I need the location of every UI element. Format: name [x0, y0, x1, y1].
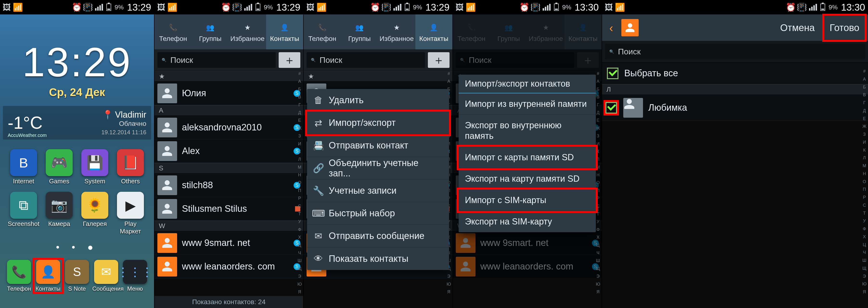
rail-letter[interactable]: Ф	[863, 226, 866, 232]
tab-groups[interactable]: 👥Группы	[341, 14, 378, 49]
rail-letter[interactable]: В	[298, 95, 301, 100]
dock-app-контакты[interactable]: 👤Контакты	[34, 260, 62, 292]
rail-letter[interactable]: Т	[863, 211, 866, 216]
dock-app-сообщения[interactable]: ✉Сообщения	[92, 260, 120, 292]
rail-letter[interactable]: Ю	[446, 282, 451, 287]
search-input[interactable]: 🔍Поиск	[605, 44, 865, 59]
back-icon[interactable]: ‹	[606, 22, 617, 33]
rail-letter[interactable]: Э	[447, 274, 451, 279]
add-contact-button[interactable]: ＋	[279, 52, 300, 68]
rail-letter[interactable]: И	[298, 142, 301, 147]
rail-letter[interactable]: Ж	[863, 124, 867, 129]
dock-app-телефон[interactable]: 📞Телефон	[5, 260, 33, 292]
rail-letter[interactable]: З	[597, 133, 599, 138]
contact-row[interactable]: aleksandrovna2010S	[154, 116, 303, 139]
rail-letter[interactable]: Ц	[596, 243, 599, 248]
rail-letter[interactable]: Б	[863, 85, 866, 90]
rail-letter[interactable]: Щ	[863, 266, 867, 271]
rail-letter[interactable]: Р	[298, 196, 301, 201]
app-галерея[interactable]: 🌻Галерея	[78, 192, 112, 235]
alphabet-rail[interactable]: #AБВГДЕЖЗИКЛМНОПРСТУФХЦЧШЩЭЮЯ	[296, 70, 303, 296]
app-others[interactable]: 📕Others	[114, 149, 147, 185]
rail-letter[interactable]: Ю	[298, 282, 302, 287]
rail-letter[interactable]: Ш	[596, 258, 600, 263]
rail-letter[interactable]: Щ	[596, 266, 600, 271]
alphabet-rail[interactable]: #AБВГДЕЖЗИКЛМНОПРСТУФХЦЧШЩЭЮЯ	[861, 67, 868, 296]
rail-letter[interactable]: Г	[597, 102, 599, 107]
rail-letter[interactable]: Я	[596, 289, 600, 295]
rail-letter[interactable]: Ц	[863, 242, 866, 247]
rail-letter[interactable]: A	[863, 77, 866, 82]
menu-item-dial[interactable]: ⌨Быстрый набор	[307, 202, 449, 225]
rail-letter[interactable]: Ф	[298, 227, 301, 232]
rail-letter[interactable]: О	[596, 180, 600, 185]
contact-row[interactable]: Stilusmen Stilus	[154, 197, 303, 221]
contact-row[interactable]: stilch88S	[154, 174, 303, 197]
rail-letter[interactable]: Л	[863, 155, 866, 160]
dialog-option[interactable]: Экспорт на SIM-карту	[459, 211, 596, 232]
rail-letter[interactable]: Ч	[863, 250, 866, 255]
rail-letter[interactable]: О	[863, 179, 866, 184]
dialog-option[interactable]: Экспорт на карту памяти SD	[459, 168, 596, 190]
rail-letter[interactable]: Н	[298, 173, 301, 178]
menu-item-card[interactable]: 📇Отправить контакт	[307, 134, 449, 157]
rail-letter[interactable]: Г	[863, 100, 866, 105]
rail-letter[interactable]: Х	[863, 234, 866, 239]
rail-letter[interactable]: С	[863, 203, 866, 208]
rail-letter[interactable]: #	[447, 71, 450, 76]
dialog-option[interactable]: Экспорт во внутреннюю память	[459, 115, 596, 147]
rail-letter[interactable]: Б	[298, 87, 301, 92]
rail-letter[interactable]: Т	[299, 212, 301, 217]
rail-letter[interactable]: З	[863, 132, 866, 137]
rail-letter[interactable]: Ж	[596, 126, 600, 131]
tab-phone[interactable]: 📞Телефон	[154, 14, 192, 49]
contact-row[interactable]: www leanaorders. comS	[453, 255, 601, 278]
rail-letter[interactable]: Е	[863, 116, 866, 121]
rail-letter[interactable]: П	[863, 187, 866, 192]
rail-letter[interactable]: Ш	[298, 258, 302, 263]
rail-letter[interactable]: М	[596, 165, 600, 170]
rail-letter[interactable]: Ю	[596, 282, 600, 287]
dock-app-s note[interactable]: SS Note	[63, 260, 91, 292]
dialog-option[interactable]: Импорт из внутренней памяти	[459, 93, 596, 115]
contact-row[interactable]: www 9smart. netS	[453, 231, 601, 255]
rail-letter[interactable]: Д	[863, 108, 866, 113]
rail-letter[interactable]: A	[596, 79, 599, 84]
rail-letter[interactable]: У	[863, 218, 866, 223]
app-games[interactable]: 🎮Games	[42, 149, 76, 185]
rail-letter[interactable]: Д	[298, 110, 301, 115]
rail-letter[interactable]: Ф	[596, 227, 600, 232]
rail-letter[interactable]: И	[596, 142, 600, 147]
rail-letter[interactable]: Т	[597, 212, 599, 217]
rail-letter[interactable]: М	[863, 163, 866, 168]
rail-letter[interactable]: В	[596, 95, 599, 100]
rail-letter[interactable]: М	[298, 165, 302, 170]
rail-letter[interactable]: #	[299, 71, 301, 76]
rail-letter[interactable]: К	[597, 149, 599, 154]
tab-favorites[interactable]: ★Избранное	[378, 14, 415, 49]
rail-letter[interactable]: Э	[863, 274, 866, 279]
tab-contacts[interactable]: 👤Контакты	[266, 14, 304, 49]
rail-letter[interactable]: И	[863, 140, 866, 145]
rail-letter[interactable]: Ю	[862, 281, 867, 286]
dock-app-меню[interactable]: ⋮⋮⋮Меню	[121, 260, 149, 292]
menu-item-trash[interactable]: 🗑Удалить	[307, 89, 449, 112]
rail-letter[interactable]: Р	[596, 196, 599, 201]
rail-letter[interactable]: Я	[298, 289, 301, 295]
rail-letter[interactable]: Э	[298, 274, 301, 279]
rail-letter[interactable]: Н	[596, 173, 600, 178]
rail-letter[interactable]: Ц	[298, 243, 301, 248]
tab-groups[interactable]: 👥Группы	[192, 14, 229, 49]
contact-row[interactable]: AlexS	[154, 139, 303, 163]
rail-letter[interactable]: Ч	[596, 250, 599, 255]
done-button[interactable]: Готово	[824, 16, 865, 40]
dialog-option[interactable]: Импорт с карты памяти SD	[459, 147, 596, 168]
selectable-contact-row[interactable]: Любимка	[602, 95, 868, 121]
page-indicator[interactable]: • • ●	[0, 242, 154, 253]
rail-letter[interactable]: З	[299, 133, 301, 138]
rail-letter[interactable]: Ж	[298, 126, 302, 131]
dialog-option[interactable]: Импорт с SIM-карты	[459, 190, 596, 211]
rail-letter[interactable]: У	[298, 219, 301, 224]
app-play маркет[interactable]: ▶Play Маркет	[114, 192, 147, 235]
app-internet[interactable]: BInternet	[7, 149, 40, 185]
